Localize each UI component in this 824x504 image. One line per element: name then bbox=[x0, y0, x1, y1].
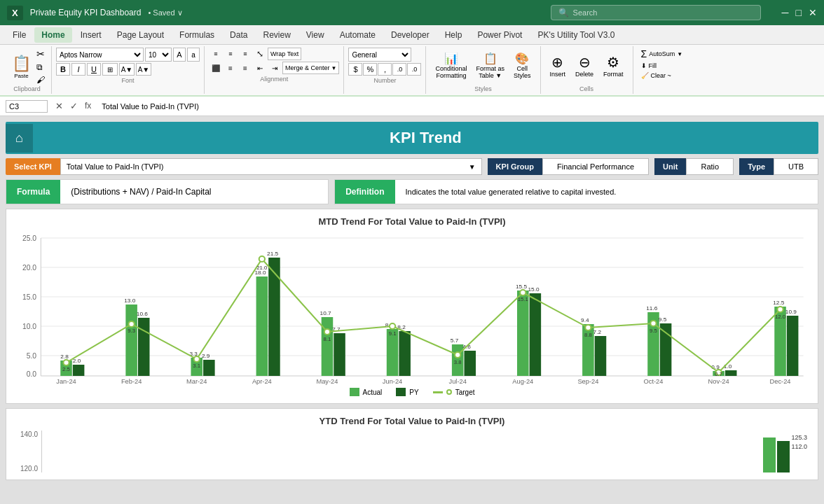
cell-styles-button[interactable]: 🎨 Cell Styles bbox=[510, 51, 535, 80]
search-input[interactable] bbox=[573, 8, 753, 17]
svg-point-79 bbox=[455, 352, 460, 358]
clipboard-buttons: 📋 Paste ✂ ⧉ 🖌 bbox=[8, 48, 46, 85]
number-format-select[interactable]: General bbox=[348, 48, 411, 62]
svg-text:0.7: 0.7 bbox=[715, 371, 722, 377]
merge-center-button[interactable]: Merge & Center ▼ bbox=[282, 62, 339, 74]
svg-point-84 bbox=[777, 307, 783, 312]
indent-left[interactable]: ⇤ bbox=[253, 62, 267, 74]
type-label: Type bbox=[739, 158, 774, 175]
comma-button[interactable]: , bbox=[378, 63, 392, 76]
search-box[interactable]: 🔍 bbox=[551, 5, 761, 20]
svg-rect-29 bbox=[268, 258, 280, 376]
italic-button[interactable]: I bbox=[71, 63, 85, 76]
cut-button[interactable]: ✂ bbox=[36, 48, 46, 60]
minimize-btn[interactable]: ─ bbox=[782, 7, 789, 18]
menu-power-pivot[interactable]: Power Pivot bbox=[470, 27, 529, 43]
copy-button[interactable]: ⧉ bbox=[36, 62, 46, 73]
formula-control-buttons: ✕ ✓ fx bbox=[53, 101, 93, 111]
percent-button[interactable]: % bbox=[363, 63, 377, 76]
kpi-dropdown[interactable]: Total Value to Paid-In (TVPI) ▼ bbox=[60, 158, 482, 175]
menu-help[interactable]: Help bbox=[438, 27, 469, 43]
indent-right[interactable]: ⇥ bbox=[268, 62, 282, 74]
font-family-select[interactable]: Aptos Narrow bbox=[56, 48, 144, 62]
fill-color-button[interactable]: A▼ bbox=[119, 63, 135, 76]
increase-font-button[interactable]: A bbox=[173, 48, 186, 62]
insert-button[interactable]: ⊕ Insert bbox=[547, 53, 570, 78]
cancel-formula-button[interactable]: ✕ bbox=[53, 101, 65, 111]
svg-rect-33 bbox=[322, 317, 334, 376]
bold-button[interactable]: B bbox=[56, 63, 70, 76]
svg-rect-19 bbox=[138, 318, 150, 376]
align-top-center[interactable]: ≡ bbox=[224, 48, 238, 60]
legend-target: Target bbox=[433, 388, 475, 396]
maximize-btn[interactable]: □ bbox=[796, 7, 802, 18]
svg-text:15.5: 15.5 bbox=[516, 284, 528, 290]
confirm-formula-button[interactable]: ✓ bbox=[68, 101, 80, 111]
legend-target-dot bbox=[446, 389, 452, 395]
conditional-formatting-button[interactable]: 📊 Conditional Formatting bbox=[432, 51, 470, 80]
svg-text:12.5: 12.5 bbox=[773, 300, 785, 306]
formula-section: Formula (Distributions + NAV) / Paid-In … bbox=[6, 179, 329, 204]
menu-pk-utility[interactable]: PK's Utility Tool V3.0 bbox=[530, 27, 622, 43]
type-value: UTB bbox=[774, 158, 818, 175]
border-button[interactable]: ⊞ bbox=[102, 63, 118, 76]
format-button[interactable]: ⚙ Format bbox=[600, 53, 627, 78]
format-as-table-button[interactable]: 📋 Format as Table ▼ bbox=[472, 51, 508, 80]
svg-point-82 bbox=[650, 321, 656, 326]
align-row1: ≡ ≡ ≡ ⤡ Wrap Text bbox=[209, 48, 339, 60]
menu-insert[interactable]: Insert bbox=[74, 27, 109, 43]
formula-value: (Distributions + NAV) / Paid-In Capital bbox=[60, 180, 221, 204]
indent-decrease[interactable]: ⤡ bbox=[253, 48, 267, 60]
font-size-select[interactable]: 10 bbox=[145, 48, 172, 62]
menu-file[interactable]: File bbox=[6, 27, 33, 43]
svg-point-81 bbox=[585, 325, 591, 330]
svg-text:2.9: 2.9 bbox=[202, 353, 210, 359]
align-left[interactable]: ⬛ bbox=[209, 62, 223, 74]
fill-button[interactable]: ⬇ Fill bbox=[639, 62, 685, 70]
align-right[interactable]: ≡ bbox=[238, 62, 252, 74]
underline-button[interactable]: U bbox=[87, 63, 101, 76]
menu-data[interactable]: Data bbox=[223, 27, 254, 43]
svg-text:Jul-24: Jul-24 bbox=[449, 378, 467, 385]
svg-point-76 bbox=[259, 256, 265, 262]
kpi-header-title: KPI Trend bbox=[33, 122, 818, 154]
ytd-chart-title: YTD Trend For Total Value to Paid-In (TV… bbox=[13, 416, 811, 426]
menu-view[interactable]: View bbox=[299, 27, 331, 43]
ytd-chart-area: 140.0 120.0 125.3 112.0 bbox=[13, 430, 811, 472]
cell-reference-box[interactable] bbox=[6, 100, 48, 113]
cells-buttons: ⊕ Insert ⊖ Delete ⚙ Format bbox=[547, 48, 627, 83]
menu-bar: File Home Insert Page Layout Formulas Da… bbox=[0, 25, 824, 45]
home-button[interactable]: ⌂ bbox=[6, 124, 33, 153]
format-painter-button[interactable]: 🖌 bbox=[36, 74, 46, 85]
decrease-decimal[interactable]: .0 bbox=[407, 63, 421, 76]
align-top-right[interactable]: ≡ bbox=[238, 48, 252, 60]
menu-page-layout[interactable]: Page Layout bbox=[110, 27, 171, 43]
font-group-label: Font bbox=[56, 77, 200, 84]
menu-automate[interactable]: Automate bbox=[333, 27, 383, 43]
clipboard-sub: ✂ ⧉ 🖌 bbox=[36, 48, 46, 85]
decrease-font-button[interactable]: a bbox=[187, 48, 200, 62]
paste-button[interactable]: 📋 Paste bbox=[8, 53, 34, 80]
menu-home[interactable]: Home bbox=[34, 27, 71, 43]
ytd-y-labels: 140.0 120.0 bbox=[13, 430, 41, 472]
mtd-chart-svg: 25.0 20.0 15.0 10.0 5.0 0.0 bbox=[13, 231, 811, 385]
currency-button[interactable]: $ bbox=[348, 63, 362, 76]
svg-text:10.6: 10.6 bbox=[137, 311, 149, 317]
close-btn[interactable]: ✕ bbox=[809, 7, 817, 18]
align-top-left[interactable]: ≡ bbox=[209, 48, 223, 60]
increase-decimal[interactable]: .0 bbox=[392, 63, 406, 76]
menu-review[interactable]: Review bbox=[256, 27, 297, 43]
clear-button[interactable]: 🧹 Clear ~ bbox=[639, 71, 685, 80]
formula-input[interactable] bbox=[99, 101, 818, 112]
ytd-value-right: 125.3 bbox=[791, 434, 807, 441]
menu-formulas[interactable]: Formulas bbox=[172, 27, 221, 43]
svg-point-78 bbox=[390, 323, 395, 329]
font-color-button[interactable]: A▼ bbox=[136, 63, 151, 76]
autosum-button[interactable]: Σ AutoSum ▼ bbox=[639, 48, 685, 60]
menu-developer[interactable]: Developer bbox=[384, 27, 437, 43]
wrap-text-button[interactable]: Wrap Text bbox=[268, 48, 301, 60]
svg-text:21.5: 21.5 bbox=[267, 251, 279, 257]
delete-button[interactable]: ⊖ Delete bbox=[572, 53, 597, 78]
align-center[interactable]: ≡ bbox=[224, 62, 238, 74]
insert-function-button[interactable]: fx bbox=[83, 101, 93, 111]
